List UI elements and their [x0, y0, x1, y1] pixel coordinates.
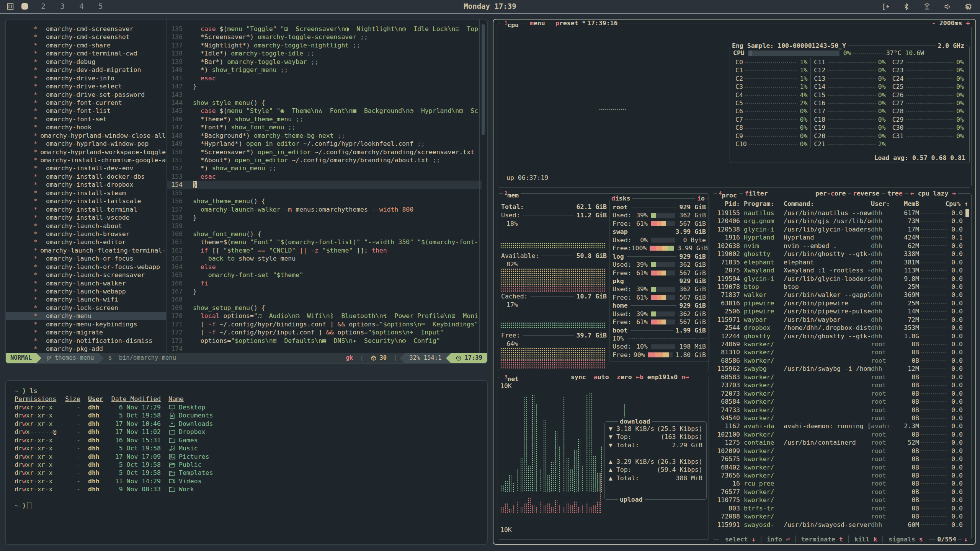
file-list-item[interactable]: *omarchy-install-vscode: [6, 214, 166, 222]
proc-row[interactable]: 73703kworker/root0B0.0: [716, 381, 963, 389]
cpu-icon[interactable]: [964, 3, 972, 11]
proc-row[interactable]: 68583kworker/root0B0.0: [716, 373, 963, 381]
file-list-item[interactable]: *omarchy-lock-screen: [6, 304, 166, 312]
file-list-item[interactable]: *omarchy-install-dev-env: [6, 164, 166, 172]
file-list-item[interactable]: *omarchy-launch-screensaver: [6, 271, 166, 279]
file-list-item[interactable]: *omarchy-launch-or-focus-webapp: [6, 263, 166, 271]
reverse-button[interactable]: reverse: [851, 189, 882, 197]
proc-row[interactable]: 71835elephantelephantdhh381M0.0: [716, 258, 963, 266]
workspace-5[interactable]: 5: [97, 2, 105, 10]
auto-button[interactable]: auto: [592, 373, 611, 381]
file-list-item[interactable]: *omarchy-hyprland-window-pop: [6, 140, 166, 148]
file-list-item[interactable]: *omarchy-install-steam: [6, 189, 166, 197]
file-list-item[interactable]: *omarchy-install-dropbox: [6, 181, 166, 189]
sort-selector[interactable]: ← cpu lazy →: [908, 189, 958, 197]
proc-row[interactable]: 120538glycin-i/usr/lib/glycin-loadersdhh…: [716, 225, 963, 233]
proc-row[interactable]: 119594glycin-i/usr/lib/glycin-loadersdhh…: [716, 275, 963, 283]
proc-row[interactable]: 76575kworker/root0B0.0: [716, 455, 963, 463]
file-list-item[interactable]: *omarchy-install-chromium-google-a: [6, 156, 166, 164]
proc-row[interactable]: 63816pipewire/usr/bin/pipewiredhh25M0.0: [716, 299, 963, 307]
workspace-2[interactable]: 2: [39, 2, 47, 10]
io-toggle[interactable]: io: [695, 194, 707, 202]
bluetooth-icon[interactable]: [902, 3, 910, 11]
file-list-item[interactable]: *omarchy-cmd-terminal-cwd: [6, 49, 166, 57]
workspace-1[interactable]: 1: [21, 3, 28, 10]
workspace-4[interactable]: 4: [78, 2, 85, 10]
editor-scrollbar[interactable]: [482, 24, 485, 135]
proc-row[interactable]: 68402kworker/root0B0.0: [716, 463, 963, 471]
file-list-item[interactable]: *omarchy-migrate: [6, 328, 166, 336]
proc-row[interactable]: 120406org.gnom/usr/bin/gjs /usr/lib/odhh…: [716, 217, 963, 225]
proc-row[interactable]: 803btrfs-trroot0B0.0: [716, 504, 963, 512]
file-list-item[interactable]: *omarchy-cmd-share: [6, 41, 166, 49]
file-list-item[interactable]: *omarchy-cmd-screensaver: [6, 25, 166, 33]
file-list-item[interactable]: *omarchy-menu: [6, 312, 166, 320]
proc-row[interactable]: 1275containe/usr/bin/containerdroot52M0.…: [716, 439, 963, 447]
code-pane[interactable]: 135 case $(menu "Toggle" "⊡ Screensaver\…: [167, 25, 482, 353]
scroll-down-indicator[interactable]: ↓: [962, 535, 970, 543]
file-list-item[interactable]: *omarchy-launch-editor: [6, 238, 166, 246]
proc-row[interactable]: 119002ghostty/usr/bin/ghostty --gtk-dhh3…: [716, 250, 963, 258]
file-list-item[interactable]: *omarchy-dev-add-migration: [6, 66, 166, 74]
file-list-item[interactable]: *omarchy-font-set: [6, 115, 166, 123]
proc-row[interactable]: 72088kworker/root0B0.0: [716, 512, 963, 520]
file-list-item[interactable]: *omarchy-notification-dismiss: [6, 337, 166, 345]
file-list-item[interactable]: *omarchy-launch-walker: [6, 279, 166, 287]
screenshare-icon[interactable]: [882, 3, 890, 11]
proc-row[interactable]: 81310kworker/root0B0.0: [716, 348, 963, 356]
file-list-item[interactable]: *omarchy-drive-info: [6, 74, 166, 82]
proc-row[interactable]: 115991swayosd-/usr/bin/swayosd-serverdhh…: [716, 521, 963, 529]
proc-row[interactable]: 115962swaybg/usr/bin/swaybg -i /homdhh12…: [716, 365, 963, 373]
file-list-item[interactable]: *omarchy-install-terminal: [6, 205, 166, 214]
zero-button[interactable]: zero: [615, 373, 634, 381]
file-list-item[interactable]: *omarchy-launch-browser: [6, 230, 166, 238]
file-list-item[interactable]: *omarchy-pkg-add: [6, 345, 166, 353]
proc-row[interactable]: 73656kworker/root0B0.0: [716, 471, 963, 479]
proc-row[interactable]: 68584kworker/root0B0.0: [716, 398, 963, 406]
file-list-item[interactable]: *omarchy-launch-wifi: [6, 295, 166, 303]
file-list-item[interactable]: *omarchy-font-current: [6, 99, 166, 107]
editor-window[interactable]: *omarchy-cmd-screensaver*omarchy-cmd-scr…: [5, 19, 488, 364]
file-list-item[interactable]: *omarchy-launch-or-focus: [6, 254, 166, 262]
file-list-item[interactable]: *omarchy-hook: [6, 123, 166, 131]
network-icon[interactable]: [923, 3, 931, 11]
tree-button[interactable]: tree: [885, 189, 905, 197]
file-list-item[interactable]: *omarchy-launch-floating-terminal-: [6, 246, 166, 254]
file-list-item[interactable]: *omarchy-install-docker-dbs: [6, 173, 166, 181]
file-list-item[interactable]: *omarchy-menu-keybindings: [6, 320, 166, 328]
proc-row[interactable]: 68586kworker/root0B0.0: [716, 357, 963, 365]
file-list-item[interactable]: *omarchy-cmd-screenshot: [6, 33, 166, 41]
file-list-item[interactable]: *omarchy-hyprland-workspace-toggle: [6, 148, 166, 156]
file-list-item[interactable]: *omarchy-drive-set-password: [6, 91, 166, 99]
percore-button[interactable]: per-core: [813, 189, 848, 197]
proc-row[interactable]: 12244ghostty/usr/bin/ghostty --gtk-dhh1.…: [716, 332, 963, 340]
prompt-line-2[interactable]: ~ ⟩: [15, 502, 487, 510]
file-list-item[interactable]: *omarchy-launch-about: [6, 222, 166, 230]
proc-row[interactable]: 102638nvimnvim --embed .dhh62M0.0: [716, 242, 963, 250]
proc-row[interactable]: 74733kworker/root0B0.0: [716, 406, 963, 414]
proc-row[interactable]: 16rcu_preeroot0B0.0: [716, 479, 963, 487]
proc-row[interactable]: 102100kworker/root0B0.0: [716, 430, 963, 439]
proc-row[interactable]: 115971waybar/usr/bin/waybardhh72M0.0: [716, 316, 963, 324]
proc-row[interactable]: 119078btopbtopdhh25M0.0: [716, 283, 963, 291]
interval-control[interactable]: - 2000ms +: [930, 19, 972, 27]
proc-scrollbar[interactable]: [965, 209, 969, 217]
proc-row[interactable]: 119155nautilus/usr/bin/nautilus --newdhh…: [716, 209, 963, 217]
btop-window[interactable]: 1cpumenupreset *17:39:16- 2000ms +up 06:…: [493, 19, 976, 545]
menu-button[interactable]: menu: [528, 19, 547, 27]
file-list-item[interactable]: *omarchy-debug: [6, 58, 166, 66]
omarchy-logo-icon[interactable]: [6, 2, 15, 11]
interface-selector[interactable]: ←b enp191s0 n→: [634, 373, 691, 381]
git-branch[interactable]: themes-menu: [41, 353, 99, 363]
workspace-3[interactable]: 3: [59, 2, 66, 10]
volume-icon[interactable]: [944, 3, 952, 11]
terminal-window[interactable]: ~ ⟩ lsPermissionsSizeUserDate ModifiedNa…: [5, 380, 488, 545]
file-list-item[interactable]: *omarchy-font-list: [6, 107, 166, 115]
proc-row[interactable]: 71837walker/usr/bin/walker --gappldhh369…: [716, 291, 963, 299]
proc-row[interactable]: 110775kworker/root0B0.0: [716, 496, 963, 504]
proc-row[interactable]: 74869kworker/root0B0.0: [716, 340, 963, 348]
proc-row[interactable]: 1162avahi-daavahi-daemon: running [avahi…: [716, 422, 963, 430]
proc-row[interactable]: 94540kworker/root0B0.0: [716, 414, 963, 422]
file-list-item[interactable]: *omarchy-launch-webapp: [6, 287, 166, 295]
proc-row[interactable]: 76577kworker/root0B0.0: [716, 488, 963, 496]
